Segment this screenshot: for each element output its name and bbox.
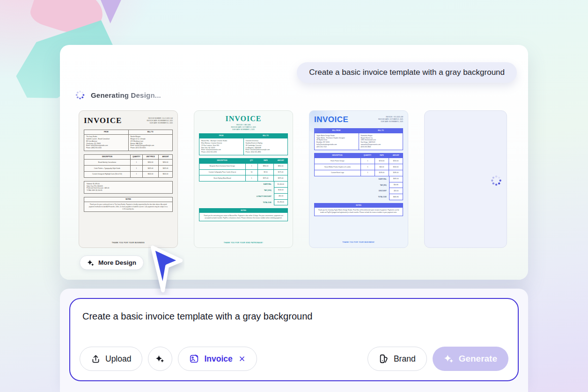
invoice1-summary: Subtotal: $1,495.00 Sales Tax (7%): $104… — [84, 181, 173, 194]
invoice2-col-description: DESCRIPTION — [199, 158, 245, 164]
invoice2-item-row: Bespoke Event Invitation Suite Design 1 … — [199, 164, 288, 170]
invoice2-total-row: SUBTOTAL $1,400.00 — [199, 181, 288, 188]
invoice2-total-row: LOYALTY DISCOUNT -$50.00 — [199, 194, 288, 200]
invoice1-notes-text: Thank you for your continued trust in Th… — [84, 202, 172, 211]
invoice3-item-row: Custom Event Logo 1 $185.00 $185.00 — [314, 170, 403, 176]
user-prompt-bubble: Create a basic invoice template with a g… — [297, 62, 517, 83]
invoice3-col-rate: RATE — [375, 153, 389, 159]
invoice1-from-address: The Ivory Studio Isabelle Laurent - Bran… — [84, 135, 128, 151]
generate-button[interactable]: Generate — [433, 347, 508, 371]
invoice1-col-description: DESCRIPTION — [84, 155, 130, 160]
invoice2-col-qty: QTY — [245, 158, 258, 164]
composer-toolbar: Upload Invoice — [70, 347, 518, 380]
brand-label: Brand — [394, 354, 416, 364]
invoice1-col-amount: AMOUNT — [158, 155, 172, 160]
invoice2-total-row: TOTAL DUE $1,490.00 — [199, 200, 288, 206]
generating-status-label: Generating Design... — [91, 91, 161, 99]
invoice3-total-row: TOTAL DUE $665.80 — [314, 194, 403, 200]
invoice-preview-3[interactable]: INVOICE INVOICE #: SO-2025-058 INVOICE D… — [309, 110, 408, 248]
invoice2-notes-label: NOTES — [199, 208, 288, 213]
prompt-input-value[interactable]: Create a basic invoice template with a g… — [70, 299, 518, 347]
invoice-chip-label: Invoice — [204, 354, 232, 364]
invoice3-parties-header: BILL FROM BILL TO — [314, 128, 403, 133]
brand-kit-icon — [379, 354, 389, 364]
invoice2-col-rate: RATE — [257, 158, 273, 164]
invoice1-meta: INVOICE NUMBER: CLLO-2025-104 INVOICE DA… — [147, 116, 173, 124]
invoice2-notes-text: Thank you for entrusting your vision to … — [199, 213, 288, 221]
loading-spinner-icon — [490, 174, 502, 187]
composer-left-group: Upload Invoice — [80, 347, 257, 371]
invoice3-col-description: DESCRIPTION — [314, 153, 360, 159]
invoice3-header: INVOICE INVOICE #: SO-2025-058 INVOICE D… — [314, 115, 403, 124]
sparkles-icon — [444, 354, 454, 364]
generate-label: Generate — [459, 354, 497, 364]
invoice1-header: INVOICE INVOICE NUMBER: CLLO-2025-104 IN… — [84, 116, 173, 125]
sparkles-icon — [87, 259, 95, 267]
invoice3-total-row: TAX (8%) $50.80 — [314, 182, 403, 189]
invoice-preview-2[interactable]: INVOICE INVOICE #: ME-1084 INVOICE DATE:… — [194, 110, 293, 248]
upload-button[interactable]: Upload — [80, 347, 142, 371]
invoice3-total-row: SUBTOTAL $635.00 — [314, 176, 403, 182]
invoice3-meta: INVOICE #: SO-2025-058 INVOICE DATE: OCT… — [378, 115, 403, 124]
invoice1-title: INVOICE — [84, 116, 122, 125]
invoice3-col-amount: AMOUNT — [389, 153, 403, 159]
more-design-label: More Design — [98, 259, 136, 266]
invoice-chip[interactable]: Invoice — [178, 347, 257, 371]
composer-panel: Create a basic invoice template with a g… — [60, 289, 528, 392]
invoice3-billto-label: BILL TO — [359, 128, 403, 133]
invoice3-parties: Taylor Marks Design Studio Taylor Marks … — [314, 133, 403, 150]
invoice2-from-label: FROM — [199, 133, 243, 138]
invoice3-footer: THANK YOU FOR YOUR BUSINESS! — [314, 241, 403, 243]
invoice2-from-address: Maison Elar - Boutique Creative Studio E… — [199, 138, 243, 155]
invoice-preview-loading — [424, 110, 507, 248]
invoice2-meta: INVOICE #: ME-1084 INVOICE DATE: OCTOBER… — [199, 124, 288, 131]
invoice-preview-1[interactable]: INVOICE INVOICE NUMBER: CLLO-2025-104 IN… — [79, 110, 178, 248]
prompt-input-box[interactable]: Create a basic invoice template with a g… — [69, 298, 519, 381]
invoice2-parties: Maison Elar - Boutique Creative Studio E… — [199, 138, 288, 155]
invoice1-item-row: Color Palette + Typography Style Guide 1… — [84, 165, 172, 171]
invoice2-item-row: Event Styling Mood Board 1 $375.00 $375.… — [199, 175, 288, 181]
invoice1-parties: FROM BILL TO The Ivory Studio Isabelle L… — [84, 130, 173, 151]
invoice-template-icon — [189, 354, 199, 364]
invoice1-item-row: Brand Identity Consultation 1 $450.00 $4… — [84, 159, 172, 165]
invoice1-from-label: FROM — [84, 130, 128, 134]
remove-chip-icon[interactable] — [238, 355, 246, 363]
invoice1-col-quantity: QUANTITY — [130, 155, 142, 160]
ai-sparkle-button[interactable] — [148, 347, 172, 371]
invoice1-item-row: Custom Instagram Highlight Icons (Set of… — [84, 171, 172, 177]
invoice1-col-unitprice: UNIT PRICE — [142, 155, 158, 160]
invoice3-notes-label: NOTES — [314, 203, 403, 208]
invoice3-total-row: DISCOUNT -$20.00 — [314, 188, 403, 194]
invoice1-billto-address: Natalie Morgan Morgan & Co. Lifestyle 47… — [128, 135, 173, 151]
generating-status: Generating Design... — [75, 90, 161, 100]
invoice3-title: INVOICE — [314, 115, 348, 124]
invoice3-from-address: Taylor Marks Design Studio Taylor Marks … — [315, 133, 359, 150]
invoice1-notes: NOTES Thank you for your continued trust… — [84, 197, 173, 212]
invoice2-billto-label: BILL TO — [243, 133, 288, 138]
invoice2-items-header: DESCRIPTION QTY RATE AMOUNT — [199, 158, 288, 164]
loading-spinner-icon — [75, 90, 85, 100]
invoice1-billto-label: BILL TO — [128, 130, 173, 134]
more-design-button[interactable]: More Design — [80, 255, 144, 270]
brand-button[interactable]: Brand — [368, 347, 427, 371]
invoice3-col-quantity: QUANTITY — [360, 153, 375, 159]
invoice3-notes-text: Thank you for choosing Taylor Marks Desi… — [314, 208, 403, 216]
invoice-previews-row: INVOICE INVOICE NUMBER: CLLO-2025-104 IN… — [79, 110, 507, 248]
user-prompt-text: Create a basic invoice template with a g… — [309, 68, 505, 77]
upload-icon — [91, 354, 101, 364]
invoice3-item-row: Event Poster Design 1 $250.00 $250.00 — [314, 158, 403, 164]
invoice2-billto-address: Charlotte Devereux Swallow Events & Styl… — [243, 138, 288, 155]
invoice3-items-header: DESCRIPTION QUANTITY RATE AMOUNT — [314, 153, 403, 159]
invoice3-billto-address: Samantha Harper Harper Events Co. 2285 G… — [359, 133, 403, 150]
generation-results-panel: Create a basic invoice template with a g… — [60, 45, 528, 280]
invoice2-title: INVOICE — [199, 115, 288, 123]
invoice3-from-label: BILL FROM — [314, 128, 359, 133]
invoice2-parties-header: FROM BILL TO — [199, 133, 288, 138]
sparkles-icon — [155, 354, 165, 363]
composer-right-group: Brand Generate — [368, 347, 508, 371]
invoice2-col-amount: AMOUNT — [274, 158, 288, 164]
invoice1-footer: THANK YOU FOR YOUR BUSINESS — [84, 242, 173, 244]
invoice3-item-row: Social Media Promo Graphics (5 cards) 5 … — [314, 164, 403, 170]
upload-label: Upload — [105, 354, 131, 364]
invoice2-footer: THANK YOU FOR YOUR KIND PATRONAGE! — [199, 242, 288, 244]
